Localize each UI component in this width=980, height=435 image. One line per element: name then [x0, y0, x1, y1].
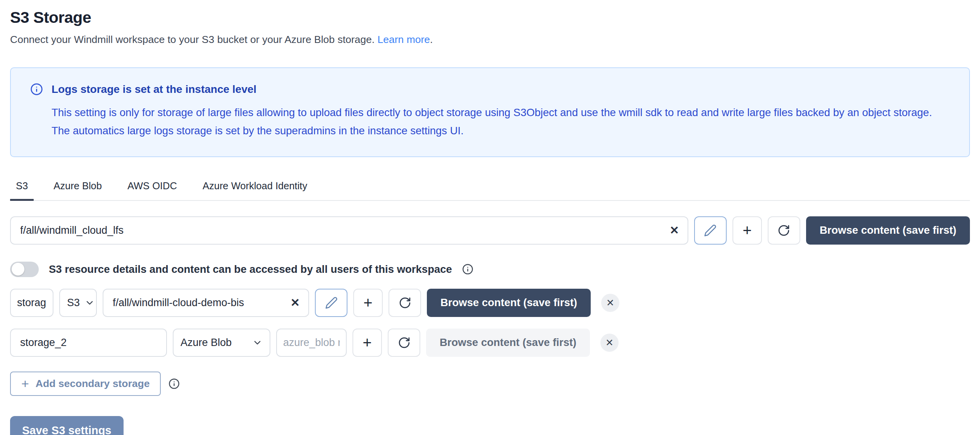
secondary-1-refresh-resource-button[interactable] [389, 289, 421, 317]
refresh-icon [398, 336, 411, 349]
s3-storage-settings-page: S3 Storage Connect your Windmill workspa… [0, 0, 980, 435]
secondary-2-resource-wrap [276, 329, 347, 357]
primary-resource-input-wrap: ✕ [10, 216, 688, 245]
toggle-info-icon[interactable] [462, 264, 473, 275]
secondary-1-name-wrap [10, 289, 53, 317]
secondary-2-refresh-resource-button[interactable] [388, 329, 420, 357]
refresh-resource-button[interactable] [768, 216, 800, 245]
storage-type-tabs: S3 Azure Blob AWS OIDC Azure Workload Id… [10, 178, 970, 201]
page-subtitle: Connect your Windmill workspace to your … [10, 34, 970, 46]
secondary-1-remove-button[interactable]: ✕ [601, 294, 619, 312]
secondary-storage-row-2: Azure Blob + Browse content (save first)… [10, 329, 970, 357]
public-access-toggle-label: S3 resource details and content can be a… [49, 263, 452, 276]
chevron-down-icon [252, 337, 263, 348]
add-secondary-info-icon[interactable] [168, 378, 180, 389]
plus-icon: + [21, 376, 29, 391]
public-access-toggle-row: S3 resource details and content can be a… [10, 262, 970, 277]
secondary-1-resource-input[interactable] [103, 289, 309, 317]
add-secondary-storage-row: + Add secondary storage [10, 372, 970, 396]
learn-more-link[interactable]: Learn more [378, 34, 430, 45]
chevron-down-icon [84, 298, 95, 308]
refresh-icon [777, 224, 790, 237]
public-access-toggle[interactable] [10, 262, 39, 277]
subtitle-text: Connect your Windmill workspace to your … [10, 34, 375, 45]
pencil-icon [325, 296, 338, 309]
secondary-2-add-resource-button[interactable]: + [352, 329, 382, 357]
primary-resource-input[interactable] [10, 216, 688, 245]
clear-resource-icon[interactable]: ✕ [670, 225, 679, 236]
secondary-2-remove-button[interactable]: ✕ [600, 334, 619, 352]
secondary-1-clear-resource-icon[interactable]: ✕ [291, 297, 300, 308]
tab-azure-blob[interactable]: Azure Blob [48, 178, 108, 200]
page-title: S3 Storage [10, 9, 970, 27]
secondary-1-edit-resource-button[interactable] [315, 289, 347, 317]
save-s3-settings-button[interactable]: Save S3 settings [10, 416, 124, 435]
info-icon [30, 83, 43, 96]
secondary-2-name-input[interactable] [10, 329, 167, 357]
secondary-1-type-select[interactable]: S3 [59, 289, 97, 317]
logs-storage-alert: Logs storage is set at the instance leve… [10, 67, 970, 157]
refresh-icon [399, 296, 411, 309]
secondary-2-browse-content-button: Browse content (save first) [426, 329, 590, 357]
add-secondary-storage-label: Add secondary storage [36, 378, 150, 390]
secondary-2-resource-input[interactable] [276, 329, 347, 357]
add-resource-button[interactable]: + [732, 216, 762, 245]
pencil-icon [704, 224, 717, 237]
alert-header: Logs storage is set at the instance leve… [30, 83, 951, 96]
secondary-1-type-value: S3 [67, 297, 80, 309]
primary-storage-row: ✕ + Browse content (save first) [10, 216, 970, 245]
tab-azure-workload-identity[interactable]: Azure Workload Identity [197, 178, 313, 200]
tab-s3[interactable]: S3 [10, 178, 34, 200]
secondary-2-type-value: Azure Blob [181, 337, 232, 349]
secondary-2-type-select[interactable]: Azure Blob [173, 329, 270, 357]
secondary-1-browse-content-button[interactable]: Browse content (save first) [427, 289, 591, 317]
secondary-1-add-resource-button[interactable]: + [353, 289, 383, 317]
alert-body: This setting is only for storage of larg… [52, 103, 951, 140]
secondary-2-name-wrap [10, 329, 167, 357]
secondary-storage-row-1: S3 ✕ + Browse content (save first) ✕ [10, 289, 970, 317]
edit-resource-button[interactable] [694, 216, 727, 245]
browse-content-button-primary[interactable]: Browse content (save first) [806, 216, 970, 245]
tab-aws-oidc[interactable]: AWS OIDC [122, 178, 183, 200]
alert-title: Logs storage is set at the instance leve… [52, 83, 256, 96]
secondary-1-resource-wrap: ✕ [103, 289, 309, 317]
subtitle-period: . [430, 34, 433, 45]
toggle-knob [12, 263, 24, 276]
secondary-1-name-input[interactable] [10, 289, 53, 317]
add-secondary-storage-button[interactable]: + Add secondary storage [10, 372, 161, 396]
